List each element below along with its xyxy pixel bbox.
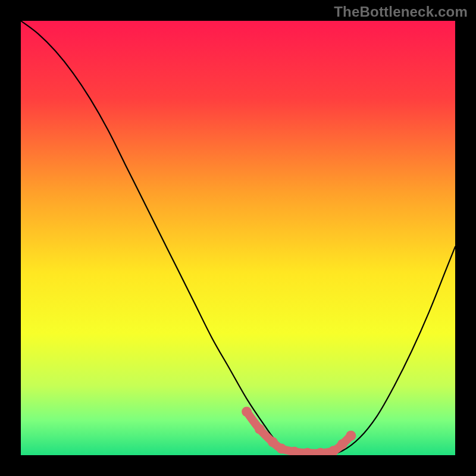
chart-frame: TheBottleneck.com — [0, 0, 476, 476]
highlight-dot — [346, 431, 356, 441]
highlight-dot — [268, 437, 278, 447]
plot-area — [21, 21, 455, 455]
gradient-background — [21, 21, 455, 455]
highlight-dot — [277, 444, 287, 454]
highlight-dot — [242, 407, 252, 417]
chart-svg — [21, 21, 455, 455]
highlight-dot — [337, 439, 347, 449]
highlight-dot — [255, 424, 265, 434]
watermark-text: TheBottleneck.com — [334, 4, 468, 20]
